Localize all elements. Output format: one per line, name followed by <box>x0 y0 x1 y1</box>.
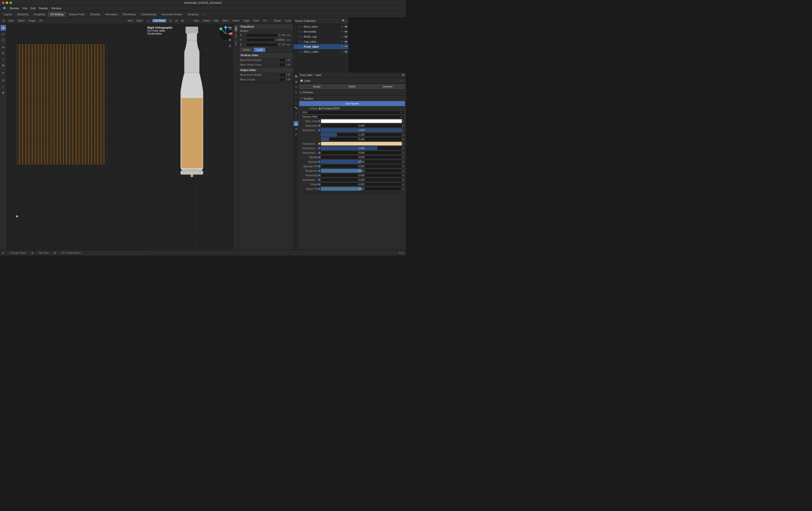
tab-uv-editing[interactable]: UV Editing <box>48 11 66 17</box>
outliner-item-bottle-cap[interactable]: ▽ △ Bottle_cap 👁 📷 <box>294 34 348 39</box>
surface-header[interactable]: ▼ Surface <box>299 97 405 101</box>
maximize-button[interactable] <box>9 1 12 4</box>
vis-icon[interactable]: 👁 <box>341 41 344 43</box>
sub-radius2-field[interactable]: 0.200 <box>321 133 402 137</box>
outliner-filter-icon[interactable]: ⊟ <box>345 19 347 22</box>
uv-open-button[interactable]: Open <box>135 19 144 23</box>
x-value-field[interactable] <box>246 33 292 37</box>
render-icon[interactable]: 📷 <box>344 45 347 48</box>
menu-render[interactable]: Edit <box>29 6 37 10</box>
prop-modifier-icon[interactable]: 🔧 <box>294 105 298 110</box>
render-icon[interactable]: 📷 <box>344 25 347 28</box>
roughness-field[interactable]: 0.500 <box>321 169 402 173</box>
tab-compositing[interactable]: Compositing <box>138 11 158 17</box>
tab-texture-paint[interactable]: Texture Paint <box>66 11 87 17</box>
subsurface-color-field[interactable] <box>321 142 402 146</box>
material-minus-icon[interactable]: - <box>403 79 404 82</box>
close-button[interactable] <box>2 1 4 4</box>
vis-icon[interactable]: 👁 <box>341 25 344 28</box>
vp-uv-menu[interactable]: UV <box>261 19 268 22</box>
uv-mode-selector[interactable]: ☰ <box>1 19 6 23</box>
specular-field[interactable]: 0.500 <box>321 160 402 164</box>
uv-select-menu[interactable]: Select <box>16 19 26 23</box>
prop-scene-icon[interactable]: ◎ <box>294 89 298 95</box>
vis-icon[interactable]: 👁 <box>341 45 344 48</box>
tool-transform[interactable]: ⊞ <box>0 63 6 68</box>
tool-pinch[interactable]: ◈ <box>0 90 6 95</box>
select-button[interactable]: Select <box>335 84 370 89</box>
tool-select-box[interactable]: ▭ <box>0 31 6 36</box>
window-controls[interactable] <box>2 1 12 4</box>
uv-canvas[interactable] <box>6 24 145 250</box>
vp-editor-type[interactable]: ▷ <box>146 19 151 22</box>
vptab-item[interactable]: Item <box>234 25 238 32</box>
tab-scripting[interactable]: Scripting <box>185 11 201 17</box>
prop-output-icon[interactable]: ▣ <box>294 79 298 84</box>
tab-shading[interactable]: Shading <box>87 11 103 17</box>
sheen-field[interactable]: 0.000 <box>321 182 402 186</box>
vp-grid-btn[interactable]: ⊞ <box>227 37 233 43</box>
tool-grab[interactable]: ⊙ <box>0 78 6 83</box>
menu-window[interactable]: Render <box>37 6 50 10</box>
spec-tint-field[interactable]: 0.000 <box>321 164 402 168</box>
tool-relax[interactable]: ≈ <box>0 84 6 89</box>
pin-icon[interactable]: 📌 <box>402 74 405 77</box>
outliner-item-neck-label[interactable]: ▽ △ Neck_Label 👁 📷 <box>294 49 348 54</box>
vp-display-mode[interactable]: ◫ <box>168 19 173 22</box>
vp-select-menu[interactable]: Select <box>201 19 211 22</box>
prop-particles-icon[interactable]: ✴ <box>294 111 298 115</box>
tool-rotate[interactable]: ↻ <box>0 51 6 56</box>
render-icon[interactable]: 📷 <box>344 41 347 43</box>
tool-move[interactable]: ✛ <box>0 45 6 50</box>
vp-xray[interactable]: ⊠ <box>180 19 185 22</box>
base-color-field[interactable] <box>321 119 402 123</box>
uv-new-button[interactable]: New <box>126 19 134 23</box>
vp-edge-menu[interactable]: Edge <box>242 19 251 22</box>
vp-camera-btn[interactable]: 📷 <box>227 25 233 31</box>
uv-image-menu[interactable]: Image <box>27 19 37 23</box>
outliner-item-back-label[interactable]: ▽ △ Back_label 👁 📷 <box>294 24 348 29</box>
menu-help[interactable]: Window <box>50 6 63 10</box>
deselect-button[interactable]: Deselect <box>370 84 405 89</box>
sub-ior-field[interactable]: 1.400 <box>321 146 402 150</box>
vis-icon[interactable]: 👁 <box>341 35 344 38</box>
vptab-tool[interactable]: Tool <box>234 33 238 39</box>
3d-viewport[interactable]: Right Orthographic (1) Front_label Centi… <box>145 24 238 250</box>
subsurface-field[interactable]: 0.000 <box>321 124 402 128</box>
tool-select-circle[interactable]: ◯ <box>0 37 6 43</box>
prop-object-icon[interactable]: △ <box>294 100 298 105</box>
edge-bevel-value[interactable] <box>279 73 292 77</box>
menu-blender[interactable]: 🔷 <box>1 6 8 10</box>
tab-modeling[interactable]: Modeling <box>15 11 31 17</box>
tool-annotate[interactable]: ✏ <box>0 70 6 76</box>
tab-sculpting[interactable]: Sculpting <box>31 11 48 17</box>
prop-bone-icon[interactable]: ⊡ <box>294 132 298 137</box>
vp-transform-pivot[interactable]: Local <box>283 19 292 22</box>
tab-rendering[interactable]: Rendering <box>120 11 138 17</box>
vp-add-menu[interactable]: Add <box>212 19 220 22</box>
vertex-crease-value[interactable] <box>279 63 292 67</box>
edge-crease-value[interactable] <box>279 78 292 81</box>
sub-aniso-field[interactable]: 0.000 <box>321 151 402 155</box>
sub-radius3-field[interactable]: 0.100 <box>321 137 402 141</box>
prop-data-icon[interactable]: ⊠ <box>294 126 298 131</box>
uv-uv-menu[interactable]: UV <box>37 19 44 23</box>
render-icon[interactable]: 📷 <box>344 30 347 33</box>
vp-view-menu[interactable]: View <box>192 19 201 22</box>
subsurface-method-dropdown[interactable]: Random Walk ▼ <box>300 115 404 118</box>
vp-transform-orientation[interactable]: Global <box>272 19 282 22</box>
vp-overlay[interactable]: ⊡ <box>174 19 179 22</box>
outliner-item-cap-label[interactable]: ▽ △ Cap_label 👁 📷 <box>294 39 348 44</box>
metallic-field[interactable]: 0.000 <box>321 155 402 159</box>
vp-mesh-menu[interactable]: Mesh <box>221 19 230 22</box>
tab-layout[interactable]: Layout <box>1 11 14 17</box>
aniso-field[interactable]: 0.000 <box>321 173 402 177</box>
sheen-tint-field[interactable]: 0.500 <box>321 187 402 191</box>
local-button[interactable]: Local <box>254 48 265 52</box>
global-button[interactable]: Global <box>240 48 253 52</box>
prop-render-icon[interactable]: 📷 <box>294 74 298 79</box>
menu-edit[interactable]: File <box>21 6 29 10</box>
vptab-view[interactable]: View <box>234 40 238 47</box>
tool-cursor[interactable]: ⊕ <box>0 25 6 31</box>
tool-scale[interactable]: ⤡ <box>0 57 6 62</box>
